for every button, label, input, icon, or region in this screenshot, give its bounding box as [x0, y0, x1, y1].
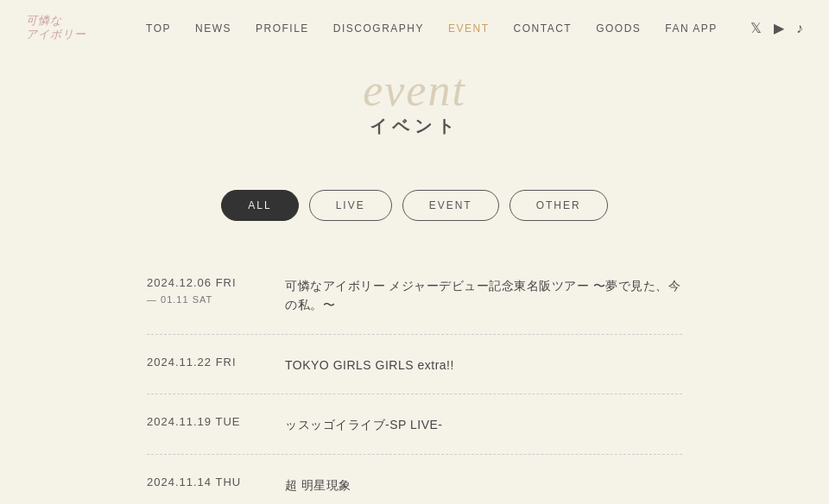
nav-item-contact[interactable]: CONTACT: [514, 22, 573, 35]
logo-line2: アイボリー: [26, 28, 86, 43]
event-date-block: 2024.11.19 TUE: [147, 413, 285, 432]
filter-section: ALLLIVEEVENTOTHER: [0, 190, 829, 221]
event-item[interactable]: 2024.11.22 FRITOKYO GIRLS GIRLS extra!!: [147, 335, 682, 394]
youtube-icon[interactable]: ▶: [774, 20, 784, 36]
hero-title: イベント: [0, 115, 829, 138]
header: 可憐な アイボリー TOPNEWSPROFILEDISCOGRAPHYEVENT…: [0, 0, 829, 56]
nav-item-news[interactable]: NEWS: [195, 22, 231, 35]
logo-line1: 可憐な: [26, 14, 86, 28]
event-title: 超 明星現象: [285, 474, 351, 495]
filter-btn-all[interactable]: ALL: [221, 190, 298, 221]
event-list: 2024.12.06 FRI— 01.11 SAT可憐なアイボリー メジャーデビ…: [78, 255, 751, 504]
nav-item-discography[interactable]: DISCOGRAPHY: [333, 22, 424, 35]
tiktok-icon[interactable]: ♪: [796, 21, 803, 36]
event-date-range: — 01.11 SAT: [147, 293, 285, 308]
filter-btn-other[interactable]: OTHER: [509, 190, 608, 221]
event-item[interactable]: 2024.11.19 TUEッスッゴイライブ-SP LIVE-: [147, 394, 682, 454]
nav-item-top[interactable]: TOP: [146, 22, 171, 35]
logo[interactable]: 可憐な アイボリー: [26, 14, 86, 43]
event-title: TOKYO GIRLS GIRLS extra!!: [285, 354, 454, 375]
event-item[interactable]: 2024.12.06 FRI— 01.11 SAT可憐なアイボリー メジャーデビ…: [147, 255, 682, 335]
event-title: ッスッゴイライブ-SP LIVE-: [285, 413, 443, 434]
event-title: 可憐なアイボリー メジャーデビュー記念東名阪ツアー 〜夢で見た、今の私。〜: [285, 274, 682, 315]
social-icons: 𝕏 ▶ ♪: [750, 20, 803, 36]
hero-script-text: event: [363, 65, 466, 116]
event-date-main: 2024.12.06 FRI: [147, 274, 285, 293]
event-date-block: 2024.12.06 FRI— 01.11 SAT: [147, 274, 285, 307]
twitter-icon[interactable]: 𝕏: [750, 20, 762, 36]
filter-btn-event[interactable]: EVENT: [402, 190, 499, 221]
main-nav: TOPNEWSPROFILEDISCOGRAPHYEVENTCONTACTGOO…: [42, 22, 718, 35]
hero-section: event イベント: [0, 56, 829, 173]
nav-item-event[interactable]: EVENT: [448, 22, 490, 35]
event-date-block: 2024.11.22 FRI: [147, 354, 285, 372]
nav-item-fan-app[interactable]: FAN APP: [665, 22, 718, 35]
event-date-main: 2024.11.19 TUE: [147, 413, 285, 432]
event-date-block: 2024.11.14 THU: [147, 474, 285, 492]
nav-item-profile[interactable]: PROFILE: [256, 22, 309, 35]
filter-btn-live[interactable]: LIVE: [309, 190, 392, 221]
nav-item-goods[interactable]: GOODS: [596, 22, 641, 35]
event-date-main: 2024.11.22 FRI: [147, 354, 285, 372]
event-date-main: 2024.11.14 THU: [147, 474, 285, 492]
event-item[interactable]: 2024.11.14 THU超 明星現象: [147, 455, 682, 504]
